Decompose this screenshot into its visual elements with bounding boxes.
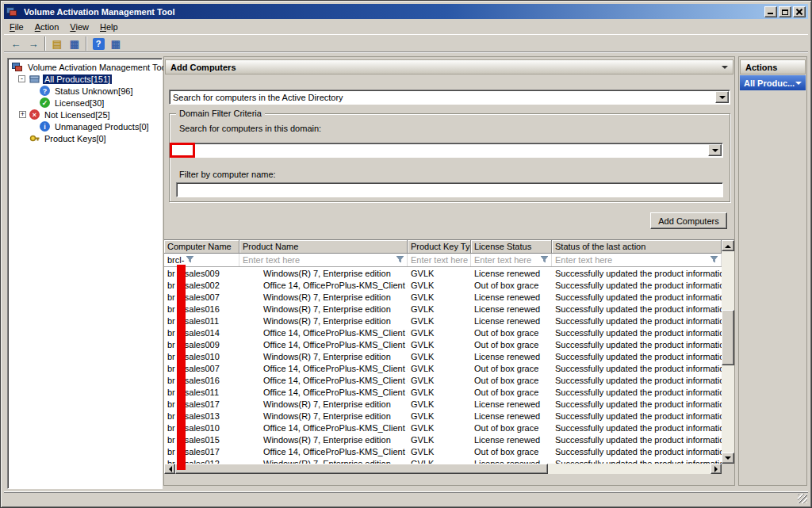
table-row[interactable]: brsales010Office 14, OfficeProPlus-KMS_C… — [164, 422, 722, 434]
key-type-cell: GVLK — [408, 410, 471, 422]
scroll-right-icon[interactable] — [710, 464, 722, 474]
table-row[interactable]: brsales015Windows(R) 7, Enterprise editi… — [164, 434, 722, 445]
column-header-computer-name[interactable]: Computer Name — [164, 240, 239, 254]
filter-last-action[interactable]: Enter text here — [552, 254, 722, 266]
product-name-cell: Windows(R) 7, Enterprise edition — [239, 398, 408, 410]
key-type-cell: GVLK — [408, 338, 471, 350]
column-header-product-key-type[interactable]: Product Key Type — [408, 240, 471, 254]
back-icon[interactable]: ← — [7, 36, 25, 52]
minimize-button[interactable] — [764, 6, 777, 17]
forward-icon[interactable]: → — [25, 36, 42, 52]
filter-license-status[interactable]: Enter text here — [471, 254, 552, 266]
tree-item-product-keys[interactable]: Product Keys[0] — [8, 132, 162, 144]
computer-name-cell: brsales002 — [164, 279, 239, 291]
scroll-up-icon[interactable] — [722, 240, 734, 251]
scroll-down-icon[interactable] — [722, 453, 734, 464]
product-name-cell: Windows(R) 7, Enterprise edition — [239, 315, 408, 327]
add-computers-pane: Add Computers Search for computers in th… — [163, 56, 735, 486]
maximize-button[interactable] — [779, 6, 791, 17]
tree-item-label[interactable]: Not Licensed[25] — [43, 110, 112, 120]
tree-item-label[interactable]: Licensed[30] — [53, 98, 105, 108]
tree-item-label[interactable]: Status Unknown[96] — [53, 86, 134, 96]
tree-root[interactable]: Volume Activation Management Tool — [8, 61, 162, 73]
filter-funnel-icon[interactable] — [710, 255, 718, 265]
filter-computer-name[interactable]: brcl- — [164, 254, 239, 266]
last-action-cell: Successfully updated the product informa… — [552, 327, 722, 338]
product-name-cell: Office 14, OfficeProPlus-KMS_Client edit… — [239, 386, 408, 398]
horizontal-scrollbar[interactable] — [164, 464, 722, 474]
column-header-last-action[interactable]: Status of the last action — [552, 240, 722, 254]
collapse-icon[interactable]: - — [18, 75, 25, 82]
table-row[interactable]: brsales007Windows(R) 7, Enterprise editi… — [164, 291, 722, 303]
computer-name-input[interactable] — [176, 182, 723, 197]
scroll-left-icon[interactable] — [164, 464, 175, 474]
combo-dropdown-icon[interactable] — [708, 144, 722, 156]
menu-view[interactable]: View — [64, 21, 94, 33]
add-computers-button[interactable]: Add Computers — [650, 212, 727, 229]
table-row[interactable]: brsales017Office 14, OfficeProPlus-KMS_C… — [164, 445, 722, 457]
filter-product-key-type[interactable]: Enter text here — [408, 254, 471, 266]
tree-item-all-products[interactable]: - All Products[151] — [8, 73, 162, 85]
tree-item-licensed[interactable]: ✓ Licensed[30] — [8, 97, 162, 109]
last-action-cell: Successfully updated the product informa… — [552, 267, 722, 279]
export-icon[interactable]: ▤ — [48, 36, 66, 52]
table-row[interactable]: brsales009Windows(R) 7, Enterprise editi… — [164, 267, 722, 279]
tree-item-label[interactable]: Product Keys[0] — [43, 134, 108, 143]
list-view-icon[interactable]: ▦ — [66, 36, 83, 52]
last-action-cell: Successfully updated the product informa… — [552, 398, 722, 410]
table-row[interactable]: brsales016Windows(R) 7, Enterprise editi… — [164, 303, 722, 315]
computer-name-cell: brsales015 — [164, 434, 239, 445]
tree-item-label[interactable]: Unmanaged Products[0] — [53, 122, 151, 132]
tree-item-unmanaged-products[interactable]: i Unmanaged Products[0] — [8, 120, 162, 132]
table-row[interactable]: brsales016Office 14, OfficeProPlus-KMS_C… — [164, 374, 722, 386]
scrollbar-thumb[interactable] — [175, 464, 548, 474]
all-products-actions-dropdown[interactable]: All Produc... — [740, 75, 806, 90]
chevron-down-icon[interactable] — [722, 66, 728, 72]
license-status-cell: Out of box grace — [471, 362, 552, 374]
computer-name-cell: brsales012 — [164, 457, 239, 464]
filter-funnel-icon[interactable] — [541, 255, 548, 265]
menu-bar: File Action View Help — [4, 20, 808, 34]
domain-value — [177, 143, 707, 157]
domain-filter-groupbox: Domain Filter Criteria Search for comput… — [169, 113, 730, 202]
title-bar[interactable]: Volume Activation Management Tool — [4, 4, 808, 19]
table-row[interactable]: brsales017Windows(R) 7, Enterprise editi… — [164, 398, 722, 410]
column-header-license-status[interactable]: License Status — [471, 240, 552, 254]
column-header-product-name[interactable]: Product Name — [239, 240, 408, 254]
key-type-cell: GVLK — [408, 434, 471, 445]
resize-grip[interactable] — [798, 494, 807, 503]
computer-name-cell: brsales011 — [164, 315, 239, 327]
expand-icon[interactable]: + — [19, 111, 26, 118]
table-row[interactable]: brsales014Office 14, OfficeProPlus-KMS_C… — [164, 327, 722, 338]
tree-item-not-licensed[interactable]: + × Not Licensed[25] — [8, 109, 162, 120]
vertical-scrollbar[interactable] — [722, 240, 734, 464]
menu-file[interactable]: File — [4, 21, 29, 33]
scrollbar-thumb[interactable] — [722, 310, 734, 365]
search-scope-combobox[interactable]: Search for computers in the Active Direc… — [169, 90, 730, 105]
tree-item-status-unknown[interactable]: ? Status Unknown[96] — [8, 85, 162, 97]
table-row[interactable]: brsales013Windows(R) 7, Enterprise editi… — [164, 410, 722, 422]
combo-dropdown-icon[interactable] — [715, 91, 729, 103]
last-action-cell: Successfully updated the product informa… — [552, 410, 722, 422]
table-row[interactable]: brsales007Office 14, OfficeProPlus-KMS_C… — [164, 362, 722, 374]
license-status-cell: License renewed — [471, 291, 552, 303]
help-icon[interactable]: ? — [93, 38, 105, 50]
report-icon[interactable]: ▦ — [107, 36, 124, 52]
menu-help[interactable]: Help — [94, 21, 124, 33]
table-row[interactable]: brsales012Windows(R) 7, Enterprise editi… — [164, 457, 722, 464]
table-row[interactable]: brsales002Office 14, OfficeProPlus-KMS_C… — [164, 279, 722, 291]
domain-combobox[interactable] — [176, 143, 723, 158]
table-row[interactable]: brsales011Office 14, OfficeProPlus-KMS_C… — [164, 386, 722, 398]
chevron-down-icon[interactable] — [795, 82, 802, 88]
close-button[interactable] — [793, 6, 806, 17]
computer-name-cell: brsales007 — [164, 291, 239, 303]
table-row[interactable]: brsales010Windows(R) 7, Enterprise editi… — [164, 350, 722, 362]
filter-product-name[interactable]: Enter text here — [239, 254, 408, 266]
table-row[interactable]: brsales009Office 14, OfficeProPlus-KMS_C… — [164, 338, 722, 350]
filter-funnel-icon[interactable] — [396, 255, 404, 265]
filter-funnel-icon[interactable] — [186, 255, 193, 265]
table-row[interactable]: brsales011Windows(R) 7, Enterprise editi… — [164, 315, 722, 327]
tree-item-label[interactable]: All Products[151] — [43, 74, 112, 84]
domain-label: Search for computers in this domain: — [179, 124, 321, 133]
menu-action[interactable]: Action — [29, 21, 65, 33]
